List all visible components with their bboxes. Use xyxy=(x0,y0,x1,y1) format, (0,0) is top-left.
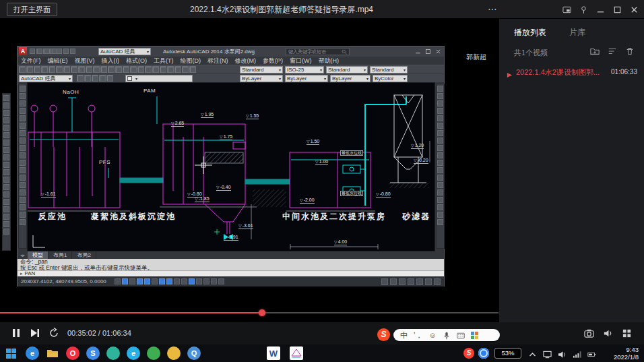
toolbar-button-icon xyxy=(437,130,443,136)
status-toggle xyxy=(122,278,128,284)
more-options-icon[interactable]: ⋯ xyxy=(484,0,501,19)
window-controls xyxy=(560,0,640,19)
add-folder-icon[interactable] xyxy=(590,47,600,56)
menu-item: 工具(T) xyxy=(150,57,177,65)
clock[interactable]: 9:43 2022/1/8 xyxy=(614,346,639,361)
taskbar-app-file-explorer[interactable] xyxy=(46,346,59,360)
pin-button[interactable] xyxy=(577,3,589,16)
combo-bylayer: ByLayer xyxy=(240,75,283,82)
toolbar-button-icon xyxy=(3,221,9,227)
emoji-icon[interactable]: ☺ xyxy=(428,329,436,341)
clock-date: 2022/1/8 xyxy=(614,353,639,361)
soft-keyboard-icon[interactable] xyxy=(457,329,465,341)
camera-icon[interactable] xyxy=(584,328,594,341)
battery-icon[interactable] xyxy=(587,349,596,361)
toolbar-button-icon xyxy=(174,66,181,73)
taskbar-app-ie[interactable]: e xyxy=(127,346,140,360)
punctuation-mode-icon[interactable]: ’， xyxy=(414,329,422,341)
status-toggle xyxy=(166,278,172,284)
player-right-icons xyxy=(584,328,632,341)
next-button[interactable] xyxy=(30,328,41,339)
seek-bar[interactable] xyxy=(0,309,498,316)
progress-knob[interactable] xyxy=(259,309,265,316)
cad-toolbar-standard: StandardISO-25StandardStandard xyxy=(18,65,444,73)
voice-input-icon[interactable] xyxy=(443,329,451,341)
edge-glyph: e xyxy=(30,349,34,357)
toolbar-button-icon xyxy=(437,182,443,188)
toolbar-button-icon xyxy=(71,66,77,73)
status-toggle xyxy=(159,278,165,284)
autocad-logo-icon: A xyxy=(19,47,27,55)
toolbar-button-icon xyxy=(20,123,26,129)
toolbar-button-icon xyxy=(52,49,57,54)
delete-icon[interactable] xyxy=(625,47,635,56)
playlist-item-title: 2022.1.4水2课设制图郭... xyxy=(516,67,600,78)
layout-tab: 模型 xyxy=(28,251,49,259)
taskbar-app-qq[interactable]: Q xyxy=(187,346,201,360)
mini-player-button[interactable] xyxy=(560,3,573,16)
floating-toolbar xyxy=(2,93,11,251)
close-button[interactable] xyxy=(628,3,640,16)
minimize-button[interactable] xyxy=(594,3,606,16)
grid-icon[interactable] xyxy=(622,328,632,341)
taskbar-app-edge[interactable]: e xyxy=(26,346,39,360)
toolbar-button-icon xyxy=(92,75,98,82)
cad-window-buttons xyxy=(414,48,442,55)
video-surface[interactable]: 郭新超 A AutoCAD 经典 Autodesk AutoCAD 2014 水… xyxy=(0,19,498,322)
toolbox-icon[interactable] xyxy=(471,332,478,339)
status-toggle xyxy=(189,278,195,284)
menu-item: 帮助(H) xyxy=(315,57,343,65)
toolbar-button-icon xyxy=(20,86,26,92)
maximize-button[interactable] xyxy=(611,3,623,16)
tray-sogou-icon[interactable]: S xyxy=(463,348,474,359)
sort-icon[interactable] xyxy=(608,47,617,56)
status-toggle xyxy=(218,278,224,284)
chevron-down-icon xyxy=(402,76,406,82)
taskbar-app-chrome[interactable] xyxy=(167,346,181,360)
app-window: 打开主界面 2022.1.4水2课设制图郭新超老师答疑指导录屏.mp4 ⋯ 郭新… xyxy=(0,0,644,362)
toolbar-button-icon xyxy=(20,189,26,195)
sogou-logo-icon[interactable]: S xyxy=(377,328,390,341)
status-icon xyxy=(425,278,432,285)
status-icon xyxy=(381,278,388,285)
status-icon xyxy=(434,278,441,285)
toolbar-button-icon xyxy=(3,95,9,101)
taskbar-app-word[interactable]: W xyxy=(267,346,280,360)
modify-toolbar xyxy=(436,84,445,249)
taskbar-app-browser[interactable] xyxy=(106,346,120,360)
toolbar-button-icon xyxy=(3,140,9,146)
toolbar-button-icon xyxy=(182,66,189,73)
playlist-item[interactable]: 2022.1.4水2课设制图郭... 01:06:33 xyxy=(499,63,644,81)
start-button[interactable] xyxy=(6,349,16,359)
volume-icon[interactable] xyxy=(603,328,613,341)
open-main-button[interactable]: 打开主界面 xyxy=(7,3,57,16)
speaker-icon[interactable] xyxy=(558,349,567,361)
taskbar-app-sogou-browser[interactable]: S xyxy=(86,346,100,360)
toolbar-button-icon xyxy=(137,66,144,73)
tray-app-icon[interactable] xyxy=(478,348,489,359)
workspace-value-2: AutoCAD 经典 xyxy=(21,75,67,82)
toolbar-button-icon xyxy=(100,66,107,73)
display-icon[interactable] xyxy=(543,349,552,361)
player-controls: 00:35:02 / 01:06:34 xyxy=(0,322,644,344)
toolbar-button-icon xyxy=(77,75,84,82)
pause-button[interactable] xyxy=(11,328,22,339)
process-drawing xyxy=(28,83,435,251)
taskbar-app-app-green[interactable] xyxy=(147,346,160,360)
toolbar-button-icon xyxy=(20,212,26,218)
toolbar-button-icon xyxy=(437,219,443,225)
tab-playlist[interactable]: 播放列表 xyxy=(514,27,546,38)
tab-library[interactable]: 片库 xyxy=(569,27,585,38)
chevron-up-icon[interactable] xyxy=(528,349,537,361)
network-icon[interactable] xyxy=(573,349,581,361)
toolbar-button-icon xyxy=(20,204,26,210)
status-toggle xyxy=(137,278,143,284)
chinese-mode-icon[interactable]: 中 xyxy=(400,329,408,341)
toolbar-button-icon xyxy=(44,49,50,54)
toolbar-button-icon xyxy=(84,75,91,82)
taskbar-app-cad[interactable] xyxy=(290,346,303,360)
battery-indicator[interactable]: 53% xyxy=(494,348,521,359)
toolbar-button-icon xyxy=(167,66,174,73)
taskbar-app-opera[interactable]: O xyxy=(66,346,79,360)
playback-mode-button[interactable] xyxy=(49,328,60,339)
